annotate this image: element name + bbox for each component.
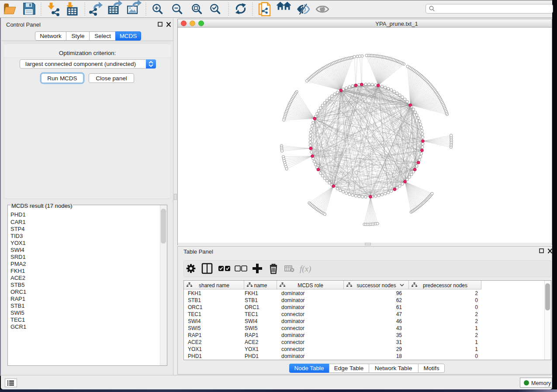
svg-text:f(x): f(x)	[300, 264, 311, 274]
